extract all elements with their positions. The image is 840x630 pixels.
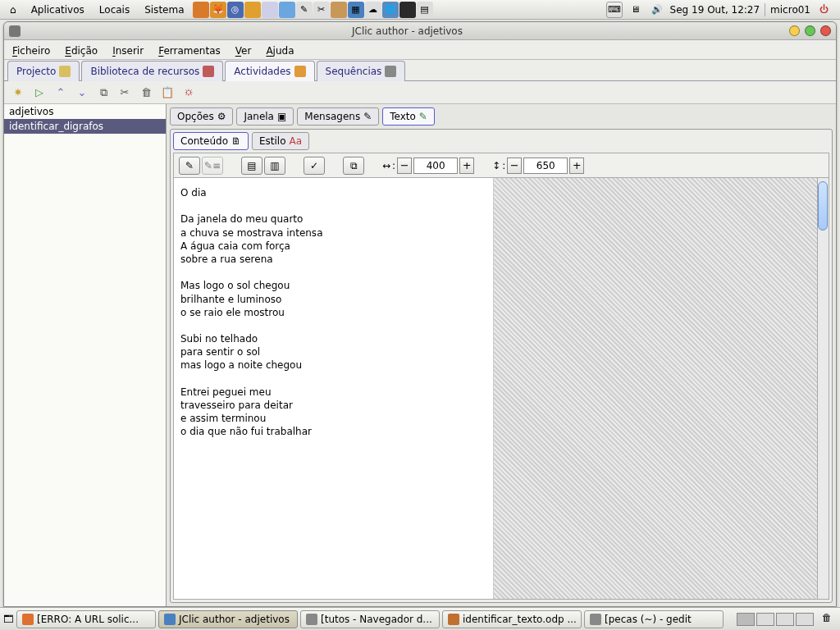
activities-icon: [294, 66, 306, 77]
text-line: e assim terminou: [180, 412, 486, 425]
menu-help[interactable]: Ajuda: [266, 45, 294, 57]
text-line: brilhante e luminoso: [180, 293, 486, 306]
menu-view[interactable]: Ver: [235, 45, 252, 57]
insert-box-icon[interactable]: ▤: [241, 157, 262, 175]
subtab-messages[interactable]: Mensagens✎: [297, 107, 379, 126]
bottom-panel: 🗔 [ERRO: A URL solic...JClic author - ad…: [0, 607, 840, 630]
height-plus[interactable]: +: [569, 158, 584, 174]
text-line: para sentir o sol: [180, 345, 486, 358]
menu-tools[interactable]: Ferramentas: [158, 45, 221, 57]
taskbar-task[interactable]: [tutos - Navegador d...: [300, 610, 440, 628]
power-icon[interactable]: ⏻: [815, 2, 832, 18]
tab-sequences[interactable]: Sequências: [317, 61, 406, 81]
text-line: A água caia com força: [180, 240, 486, 253]
tab-media[interactable]: Biblioteca de recursos: [81, 61, 223, 81]
target-tool-icon[interactable]: ✎: [179, 157, 200, 175]
app-icon[interactable]: [262, 2, 278, 18]
content-icon: 🗎: [231, 135, 241, 147]
app-icon[interactable]: ✂: [313, 2, 330, 18]
menu-apps[interactable]: Aplicativos: [25, 2, 91, 17]
app-icon[interactable]: [244, 2, 261, 18]
network-icon[interactable]: 🖥: [628, 2, 644, 18]
copy-icon[interactable]: ⧉: [96, 85, 111, 100]
firefox-icon[interactable]: 🦊: [210, 2, 226, 18]
taskbar-task[interactable]: JClic author - adjetivos: [158, 610, 298, 628]
menu-edit[interactable]: Edição: [65, 45, 98, 57]
layout-icon[interactable]: ⧉: [343, 157, 364, 175]
paste-icon[interactable]: 📋: [160, 85, 175, 100]
app-icon[interactable]: 🌐: [382, 2, 399, 18]
workspace-4[interactable]: [796, 613, 814, 626]
app-icon[interactable]: ◎: [227, 2, 244, 18]
app-icon[interactable]: ✎: [296, 2, 313, 18]
height-minus[interactable]: −: [507, 158, 522, 174]
launch-icon[interactable]: [193, 2, 209, 18]
activity-list: adjetivosidentificar_digrafos: [4, 104, 167, 606]
menu-system[interactable]: Sistema: [138, 2, 190, 17]
paneltab-style[interactable]: EstiloAa: [252, 132, 309, 150]
run-icon[interactable]: ▷: [32, 85, 47, 100]
text-line: travesseiro para deitar: [180, 399, 486, 412]
width-input[interactable]: [413, 158, 458, 174]
user-label[interactable]: micro01: [770, 4, 810, 16]
trash-icon[interactable]: 🗑: [822, 612, 837, 627]
up-icon[interactable]: ⌃: [53, 85, 68, 100]
subtab-options[interactable]: Opções⚙: [170, 107, 233, 126]
taskbar-task[interactable]: [ERRO: A URL solic...: [16, 610, 156, 628]
keyboard-indicator-icon[interactable]: ⌨: [606, 2, 623, 18]
workspace-1[interactable]: [737, 613, 755, 626]
text-icon: ✎: [419, 111, 427, 122]
cut-icon[interactable]: ✂: [117, 85, 132, 100]
app-icon[interactable]: [279, 2, 295, 18]
task-label: [ERRO: A URL solic...: [37, 614, 139, 625]
activity-subtabs: Opções⚙ Janela▣ Mensagens✎ Texto✎: [170, 107, 833, 126]
app-icon[interactable]: ☁: [365, 2, 381, 18]
paneltab-content[interactable]: Conteúdo🗎: [173, 132, 249, 150]
height-input[interactable]: [523, 158, 568, 174]
tab-project[interactable]: Projecto: [7, 61, 80, 81]
minimize-button[interactable]: [789, 25, 800, 36]
taskbar-task[interactable]: [pecas (~) - gedit: [584, 610, 724, 628]
scrollbar-vertical[interactable]: [817, 178, 829, 599]
close-button[interactable]: [820, 25, 831, 36]
window-icon: ▣: [277, 111, 286, 122]
terminal-icon[interactable]: [399, 2, 416, 18]
menu-file[interactable]: Ficheiro: [12, 45, 50, 57]
show-desktop-icon[interactable]: 🗔: [3, 614, 13, 625]
home-icon[interactable]: ⌂: [3, 2, 23, 17]
maximize-button[interactable]: [805, 25, 815, 36]
scroll-thumb[interactable]: [818, 181, 828, 231]
menu-insert[interactable]: Inserir: [112, 45, 144, 57]
workspace-2[interactable]: [756, 613, 774, 626]
props-icon[interactable]: ⛭: [181, 85, 196, 100]
editor-toolbar: ✎ ✎≡ ▤ ▥ ✓ ⧉ ↔:: [174, 153, 829, 178]
workspace-3[interactable]: [776, 613, 794, 626]
text-panel: Conteúdo🗎 EstiloAa ✎ ✎≡ ▤ ▥: [170, 129, 833, 603]
workspace-switcher[interactable]: [737, 613, 814, 626]
tab-activities[interactable]: Actividades: [225, 61, 314, 81]
width-minus[interactable]: −: [397, 158, 412, 174]
insert-cell-icon[interactable]: ▥: [264, 157, 285, 175]
down-icon[interactable]: ⌄: [75, 85, 89, 100]
document-page[interactable]: O diaDa janela do meu quartoa chuva se m…: [174, 178, 494, 599]
app-icon[interactable]: [331, 2, 347, 18]
app-icon[interactable]: ▦: [348, 2, 364, 18]
taskbar-task[interactable]: identificar_texto.odp ...: [442, 610, 582, 628]
check-icon[interactable]: ✓: [304, 157, 325, 175]
clock[interactable]: Seg 19 Out, 12:27: [670, 4, 760, 16]
subtab-text[interactable]: Texto✎: [382, 107, 435, 126]
delete-icon[interactable]: 🗑: [139, 85, 153, 100]
sequences-icon: [385, 66, 396, 77]
target-edit-icon[interactable]: ✎≡: [202, 157, 223, 175]
subtab-window[interactable]: Janela▣: [236, 107, 294, 126]
menu-places[interactable]: Locais: [93, 2, 136, 17]
messages-icon: ✎: [363, 111, 372, 122]
app-icon[interactable]: ▤: [417, 2, 433, 18]
task-label: [pecas (~) - gedit: [605, 614, 692, 625]
titlebar[interactable]: JClic author - adjetivos: [4, 22, 836, 40]
sidebar-item[interactable]: adjetivos: [4, 104, 166, 119]
volume-icon[interactable]: 🔊: [649, 2, 665, 18]
sidebar-item[interactable]: identificar_digrafos: [4, 119, 166, 134]
width-plus[interactable]: +: [459, 158, 474, 174]
new-activity-icon[interactable]: ✷: [11, 85, 25, 100]
